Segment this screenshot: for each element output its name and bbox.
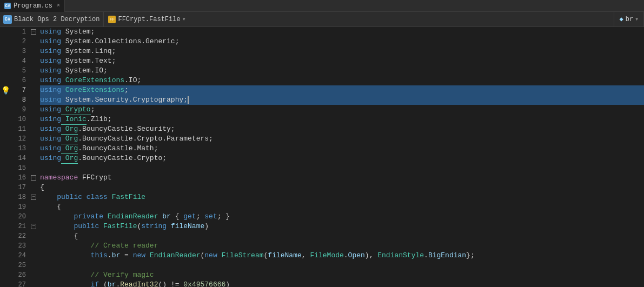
hint-cell — [0, 124, 11, 134]
nav-member-label: br — [626, 16, 633, 23]
code-line: private EndianReader br { get; set; } — [40, 212, 644, 222]
hint-cell — [0, 222, 11, 231]
hint-cell — [0, 241, 11, 251]
code-line: using System.Security.Cryptography; — [40, 95, 644, 105]
dropdown2-arrow: ▼ — [635, 17, 638, 22]
code-line: public class FastFile — [40, 192, 644, 202]
hint-cell — [0, 212, 11, 222]
collapse-button — [30, 202, 37, 212]
hint-cell — [0, 76, 11, 85]
collapse-button — [30, 153, 37, 163]
line-number: 22 — [11, 231, 26, 241]
line-number: 6 — [11, 76, 26, 85]
code-line: public FastFile(string fileName) — [40, 222, 644, 231]
line-number: 16 — [11, 173, 26, 183]
tab-cs-icon: C# — [4, 3, 11, 9]
line-number: 15 — [11, 163, 26, 173]
collapse-button — [30, 124, 37, 134]
line-number: 12 — [11, 134, 26, 144]
code-line — [40, 163, 644, 173]
tab-close-button[interactable]: × — [57, 3, 60, 9]
code-line: using CoreExtensions; — [40, 85, 644, 95]
line-number: 1 — [11, 27, 26, 37]
active-tab[interactable]: C# Program.cs × — [0, 0, 65, 12]
line-number: 27 — [11, 280, 26, 287]
nav-file-dropdown[interactable]: FF FFCrypt.FastFile ▼ — [103, 12, 614, 26]
collapse-button — [30, 270, 37, 280]
collapse-button[interactable]: − — [30, 222, 37, 231]
nav-member-icon: ◆ — [620, 15, 623, 23]
collapse-button — [30, 241, 37, 251]
hint-cell — [0, 163, 11, 173]
line-number: 17 — [11, 183, 26, 192]
collapse-button — [30, 85, 37, 95]
line-number: 21 — [11, 222, 26, 231]
code-line: if (br.ReadInt32() != 0x49576666) — [40, 280, 644, 287]
hint-cell — [0, 37, 11, 46]
line-number: 26 — [11, 270, 26, 280]
line-number: 4 — [11, 56, 26, 66]
hint-cell — [0, 183, 11, 192]
hint-cell — [0, 105, 11, 115]
code-editor[interactable]: using System;using System.Collections.Ge… — [37, 27, 644, 287]
hint-cell — [0, 66, 11, 76]
collapse-button[interactable]: − — [30, 27, 37, 37]
line-number: 5 — [11, 66, 26, 76]
nav-project-title: Black Ops 2 Decryption — [14, 16, 99, 23]
code-line: using Crypto; — [40, 105, 644, 115]
code-line: using Org.BouncyCastle.Security; — [40, 124, 644, 134]
title-bar: C# Program.cs × — [0, 0, 644, 12]
hint-column: 💡 — [0, 27, 11, 287]
code-line: using System.Linq; — [40, 46, 644, 56]
collapse-button — [30, 37, 37, 46]
collapse-gutter: −−−− — [30, 27, 37, 287]
nav-file-label: FFCrypt.FastFile — [118, 16, 180, 23]
line-number: 24 — [11, 251, 26, 261]
collapse-button — [30, 76, 37, 85]
nav-member-dropdown[interactable]: ◆ br ▼ — [614, 12, 644, 26]
code-line: // Verify magic — [40, 270, 644, 280]
code-line: using Org.BouncyCastle.Crypto.Parameters… — [40, 134, 644, 144]
code-line: { — [40, 183, 644, 192]
hint-cell — [0, 202, 11, 212]
line-number: 10 — [11, 115, 26, 124]
line-number: 14 — [11, 153, 26, 163]
code-line: { — [40, 231, 644, 241]
line-number: 20 — [11, 212, 26, 222]
file-type-icon: FF — [108, 16, 116, 23]
line-number: 13 — [11, 144, 26, 153]
line-number: 23 — [11, 241, 26, 251]
code-line: using Ionic.Zlib; — [40, 115, 644, 124]
code-line: using System.Collections.Generic; — [40, 37, 644, 46]
hint-cell — [0, 46, 11, 56]
collapse-button[interactable]: − — [30, 192, 37, 202]
tab-label: Program.cs — [14, 2, 52, 10]
hint-cell — [0, 270, 11, 280]
code-line: using Org.BouncyCastle.Math; — [40, 144, 644, 153]
collapse-button — [30, 261, 37, 270]
line-number: 19 — [11, 202, 26, 212]
code-line: using System.IO; — [40, 66, 644, 76]
collapse-button — [30, 251, 37, 261]
lightbulb-icon[interactable]: 💡 — [1, 86, 10, 95]
nav-project: C# Black Ops 2 Decryption — [0, 12, 103, 26]
hint-cell — [0, 27, 11, 37]
collapse-button — [30, 144, 37, 153]
collapse-button — [30, 280, 37, 287]
collapse-button[interactable]: − — [30, 173, 37, 183]
code-line: using Org.BouncyCastle.Crypto; — [40, 153, 644, 163]
line-number-column: 1234567891011121314151617181920212223242… — [11, 27, 30, 287]
hint-cell — [0, 95, 11, 105]
hint-cell: 💡 — [0, 85, 11, 95]
code-line: using System.Text; — [40, 56, 644, 66]
hint-cell — [0, 144, 11, 153]
line-number: 7 — [11, 85, 26, 95]
hint-cell — [0, 231, 11, 241]
code-line: namespace FFCrypt — [40, 173, 644, 183]
line-number: 9 — [11, 105, 26, 115]
hint-cell — [0, 192, 11, 202]
collapse-button — [30, 231, 37, 241]
hint-cell — [0, 173, 11, 183]
hint-cell — [0, 261, 11, 270]
collapse-button — [30, 105, 37, 115]
